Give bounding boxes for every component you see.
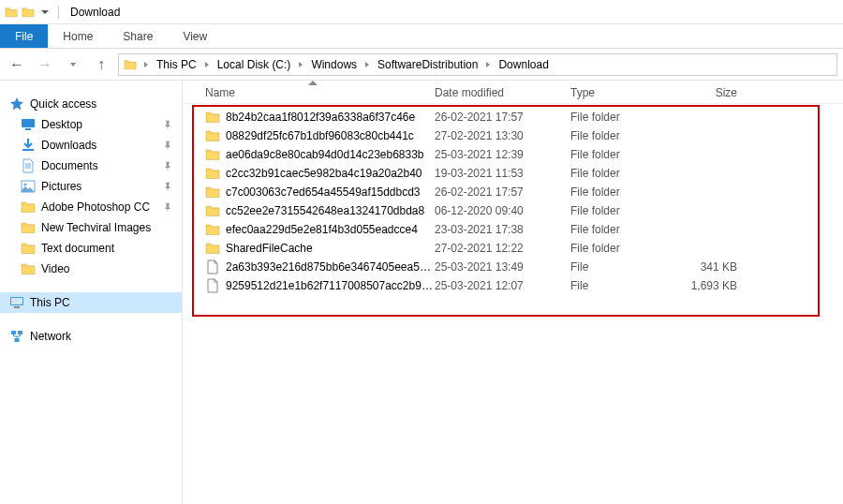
file-pane: Name Date modified Type Size 8b24b2caa1f… [183,81,843,504]
file-type: File folder [570,111,673,124]
file-type: File folder [570,204,673,217]
file-date: 26-02-2021 17:57 [435,111,570,124]
back-button[interactable] [6,53,28,76]
folder-icon [21,261,36,276]
tab-share[interactable]: Share [108,24,168,48]
qat-dropdown-icon[interactable] [41,10,49,14]
sidebar-item-label: Text document [41,242,114,255]
file-name: cc52ee2e7315542648ea1324170dbda8 [226,204,424,217]
tab-view[interactable]: View [168,24,222,48]
sidebar-item-adobe-photoshop-cc[interactable]: Adobe Photoshop CC [0,197,182,217]
file-name: SharedFileCache [226,242,313,255]
qat-folder-icon[interactable] [21,5,36,20]
column-name-label: Name [205,86,235,99]
navigation-pane: Quick access DesktopDownloadsDocumentsPi… [0,81,183,504]
file-type: File folder [570,129,673,142]
file-name-cell: ae06da9c8e80cab94d0d14c23eb6833b [205,147,435,162]
file-row[interactable]: cc52ee2e7315542648ea1324170dbda806-12-20… [183,201,843,220]
file-date: 26-02-2021 17:57 [435,185,570,199]
quick-access-toolbar [4,5,63,20]
column-date[interactable]: Date modified [435,86,570,99]
sort-ascending-icon [308,81,318,85]
sidebar-item-downloads[interactable]: Downloads [0,135,182,156]
navigation-bar: This PC Local Disk (C:) Windows Software… [0,49,843,81]
file-date: 19-03-2021 11:53 [435,167,570,180]
file-name: 08829df25fc67b1dbf96083c80cb441c [226,129,414,142]
sidebar-quick-access[interactable]: Quick access [0,94,182,114]
file-row[interactable]: SharedFileCache27-02-2021 12:22File fold… [183,239,843,258]
sidebar-item-desktop[interactable]: Desktop [0,114,182,135]
file-row[interactable]: 9259512d21e1b62f7117008507acc2b972f7...2… [183,276,843,295]
file-row[interactable]: 8b24b2caa1f8012f39a6338a6f37c46e26-02-20… [183,108,843,126]
file-name: c2cc32b91caec5e982ba4c19a20a2b40 [226,167,422,180]
file-type: File [570,260,673,274]
file-type: File folder [570,185,673,199]
file-icon [205,278,220,293]
recent-locations-button[interactable] [62,53,84,76]
sidebar-item-label: Documents [41,159,98,172]
pictures-icon [21,179,36,194]
file-icon [205,259,220,274]
file-name-cell: c7c003063c7ed654a45549af15ddbcd3 [205,185,435,200]
up-button[interactable] [90,53,112,76]
pin-icon [163,120,172,129]
file-row[interactable]: c2cc32b91caec5e982ba4c19a20a2b4019-03-20… [183,164,843,183]
forward-button[interactable] [34,53,56,76]
this-pc-label: This PC [30,296,70,309]
chevron-right-icon [205,62,209,67]
tab-file[interactable]: File [0,24,48,48]
column-type[interactable]: Type [570,86,673,99]
chevron-right-icon [144,62,148,67]
sidebar-item-video[interactable]: Video [0,259,182,279]
sidebar-item-new-techviral-images[interactable]: New Techviral Images [0,217,182,238]
folder-icon [21,241,36,256]
folder-icon [205,166,220,181]
network-icon [9,329,24,344]
sidebar-item-label: Video [41,262,69,275]
file-size: 1,693 KB [673,279,748,292]
file-row[interactable]: 08829df25fc67b1dbf96083c80cb441c27-02-20… [183,126,843,145]
sidebar-item-text-document[interactable]: Text document [0,238,182,259]
arrow-up-icon [97,56,105,73]
folder-icon [205,128,220,143]
quick-access-label: Quick access [30,97,96,111]
this-pc-group: This PC [0,292,182,313]
address-bar[interactable]: This PC Local Disk (C:) Windows Software… [118,53,837,76]
file-row[interactable]: c7c003063c7ed654a45549af15ddbcd326-02-20… [183,183,843,201]
file-row[interactable]: ae06da9c8e80cab94d0d14c23eb6833b25-03-20… [183,145,843,164]
folder-icon [21,220,36,235]
file-date: 25-03-2021 12:07 [435,279,570,292]
sidebar-item-label: New Techviral Images [41,221,151,234]
file-name: 8b24b2caa1f8012f39a6338a6f37c46e [226,111,415,124]
breadcrumb-windows[interactable]: Windows [309,58,359,71]
sidebar-item-documents[interactable]: Documents [0,156,182,176]
sidebar-this-pc[interactable]: This PC [0,292,182,313]
chevron-right-icon [486,62,490,67]
file-name-cell: 08829df25fc67b1dbf96083c80cb441c [205,128,435,143]
breadcrumb-this-pc[interactable]: This PC [155,58,199,71]
folder-icon [205,241,220,256]
file-row[interactable]: 2a63b393e216d875bb6e3467405eea5e56c...25… [183,258,843,276]
sidebar-network[interactable]: Network [0,326,182,347]
address-folder-icon [123,57,138,72]
file-row[interactable]: efec0aa229d5e2e81f4b3d055eadcce423-03-20… [183,220,843,239]
column-name[interactable]: Name [205,86,435,99]
file-name: 9259512d21e1b62f7117008507acc2b972f7... [226,279,435,292]
file-name-cell: 8b24b2caa1f8012f39a6338a6f37c46e [205,110,435,125]
sidebar-item-pictures[interactable]: Pictures [0,176,182,197]
folder-icon [21,200,36,215]
arrow-left-icon [9,56,24,73]
breadcrumb-softwaredistribution[interactable]: SoftwareDistribution [376,58,480,71]
breadcrumb-local-disk[interactable]: Local Disk (C:) [215,58,293,71]
folder-icon [205,110,220,125]
column-size[interactable]: Size [673,86,748,99]
file-name-cell: c2cc32b91caec5e982ba4c19a20a2b40 [205,166,435,181]
title-bar: Download [0,0,843,24]
star-icon [9,96,24,111]
file-name: 2a63b393e216d875bb6e3467405eea5e56c... [226,260,435,274]
tab-home[interactable]: Home [48,24,108,48]
downloads-icon [21,138,36,153]
folder-icon [205,185,220,200]
window-title: Download [70,6,120,19]
breadcrumb-download[interactable]: Download [496,58,550,71]
